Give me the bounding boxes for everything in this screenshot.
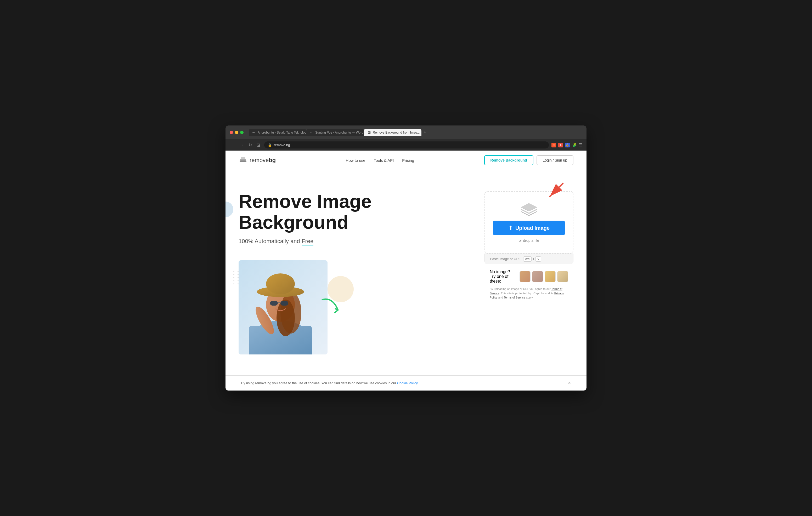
- logo-regular: remove: [250, 157, 269, 163]
- no-image-text: No image?: [490, 270, 510, 274]
- hero-subtitle-text: 100% Automatically and: [239, 238, 301, 244]
- layers-icon: [493, 202, 565, 216]
- deco-half-circle: [226, 202, 233, 217]
- title-bar: ∞ Androbuntu - Selalu Tahu Teknologi... …: [226, 125, 586, 139]
- upload-section: ⬆ Upload Image or drop a file Paste imag…: [485, 191, 573, 300]
- hero-title-line1: Remove Image: [239, 191, 372, 212]
- upload-image-button[interactable]: ⬆ Upload Image: [493, 221, 565, 235]
- tab-favicon-3: 🖼: [368, 131, 371, 134]
- traffic-lights: [230, 131, 243, 134]
- site-nav: removebg How to use Tools & API Pricing …: [226, 151, 586, 170]
- cookie-policy-link[interactable]: Cookie Policy: [397, 381, 417, 385]
- nav-how-to-use[interactable]: How to use: [346, 158, 366, 162]
- cookie-text-end: .: [417, 381, 418, 385]
- extensions-icon[interactable]: 🧩: [572, 143, 577, 147]
- svg-rect-0: [240, 160, 246, 162]
- sample-image-4[interactable]: [557, 271, 568, 282]
- nav-links: How to use Tools & API Pricing: [346, 158, 414, 162]
- nav-tools-api[interactable]: Tools & API: [374, 158, 394, 162]
- login-signup-button[interactable]: Login / Sign up: [536, 155, 573, 165]
- ctrl-key: ctrl: [523, 256, 531, 262]
- terms-of-service-link-2[interactable]: Terms of Service: [504, 296, 525, 299]
- red-arrow-annotation: [542, 181, 568, 203]
- upload-btn-wrapper: ⬆ Upload Image: [493, 221, 565, 235]
- person-container: [239, 255, 338, 355]
- address-bar: ← → ↻ ◪ 🔒 remove.bg 🛡 A 🔒 🧩 ☰: [226, 139, 586, 151]
- logo-text: removebg: [250, 157, 276, 164]
- hero-subtitle: 100% Automatically and Free: [239, 238, 485, 245]
- upload-icon: ⬆: [508, 225, 513, 231]
- bookmark-button[interactable]: ◪: [256, 142, 262, 148]
- extension-a-icon[interactable]: A: [558, 143, 563, 147]
- cookie-banner: By using remove.bg you agree to the use …: [226, 375, 586, 391]
- paste-bar[interactable]: Paste image or URL ctrl + v: [485, 253, 573, 264]
- nav-pricing[interactable]: Pricing: [402, 158, 414, 162]
- tab-label-1: Androbuntu - Selalu Tahu Teknologi...: [258, 131, 306, 134]
- cookie-text-content: By using remove.bg you agree to the use …: [241, 381, 397, 385]
- sample-image-2[interactable]: [532, 271, 543, 282]
- browser-tab-1[interactable]: ∞ Androbuntu - Selalu Tahu Teknologi... …: [249, 129, 306, 136]
- hero-subtitle-highlight: Free: [301, 238, 313, 245]
- hero-person-image: [239, 260, 327, 355]
- nav-actions: Remove Background Login / Sign up: [484, 155, 573, 165]
- sample-images: [520, 271, 568, 282]
- paste-shortcut-label: ctrl + v: [523, 257, 541, 261]
- forward-button[interactable]: →: [239, 142, 245, 148]
- tab-favicon-1: ∞: [253, 131, 256, 134]
- tab-label-3: Remove Background from Imag...: [373, 131, 419, 134]
- bitwarden-icon[interactable]: 🔒: [565, 143, 570, 147]
- cookie-close-button[interactable]: ×: [568, 380, 571, 386]
- tab-favicon-2: ∞: [310, 131, 314, 134]
- sample-image-1[interactable]: [520, 271, 530, 282]
- sample-section: No image? Try one of these:: [485, 264, 573, 284]
- svg-line-17: [550, 183, 563, 196]
- drop-text: or drop a file: [493, 238, 565, 243]
- svg-rect-10: [270, 301, 278, 306]
- close-window-button[interactable]: [230, 131, 233, 134]
- hero-section: Remove Image Background 100% Automatical…: [226, 170, 586, 375]
- browser-extensions: 🛡 A 🔒 🧩 ☰: [551, 143, 582, 147]
- hero-title: Remove Image Background: [239, 191, 485, 232]
- terms-mid: . This site is protected by hCaptcha and…: [499, 292, 554, 295]
- hero-title-line2: Background: [239, 212, 348, 233]
- minimize-window-button[interactable]: [235, 131, 238, 134]
- maximize-window-button[interactable]: [240, 131, 243, 134]
- browser-tab-3[interactable]: 🖼 Remove Background from Imag... ×: [364, 129, 422, 136]
- paste-text: Paste image or URL: [490, 257, 521, 261]
- logo-bold: bg: [269, 157, 276, 163]
- lock-icon: 🔒: [268, 143, 272, 147]
- svg-point-14: [266, 273, 295, 294]
- browser-tab-2[interactable]: ∞ Sunting Pos ‹ Androbuntu — WordP... ×: [306, 129, 364, 136]
- logo: removebg: [239, 156, 276, 165]
- svg-rect-1: [240, 159, 246, 160]
- hero-left: Remove Image Background 100% Automatical…: [239, 186, 485, 354]
- cookie-text: By using remove.bg you agree to the use …: [241, 381, 418, 385]
- svg-rect-2: [241, 157, 245, 159]
- try-text: Try one of these:: [490, 274, 508, 283]
- back-button[interactable]: ←: [230, 142, 236, 148]
- brave-shield-icon[interactable]: 🛡: [551, 143, 556, 147]
- green-arrow-container: [320, 297, 343, 318]
- remove-background-nav-button[interactable]: Remove Background: [484, 155, 533, 165]
- new-tab-button[interactable]: +: [422, 129, 429, 136]
- browser-window: ∞ Androbuntu - Selalu Tahu Teknologi... …: [226, 125, 586, 390]
- upload-button-label: Upload Image: [515, 225, 550, 231]
- terms-prefix: By uploading an image or URL you agree t…: [490, 287, 551, 291]
- terms-text: By uploading an image or URL you agree t…: [485, 284, 573, 300]
- logo-icon: [239, 156, 248, 165]
- url-bar[interactable]: 🔒 remove.bg: [264, 142, 549, 149]
- tab-label-2: Sunting Pos ‹ Androbuntu — WordP...: [315, 131, 364, 134]
- sample-image-3[interactable]: [545, 271, 556, 282]
- tabs-area: ∞ Androbuntu - Selalu Tahu Teknologi... …: [249, 129, 582, 136]
- v-key: v: [535, 256, 541, 262]
- svg-rect-11: [281, 301, 288, 306]
- url-text: remove.bg: [274, 143, 290, 147]
- browser-menu-icon[interactable]: ☰: [579, 143, 582, 147]
- page-content: removebg How to use Tools & API Pricing …: [226, 151, 586, 390]
- reload-button[interactable]: ↻: [248, 142, 253, 148]
- no-image-label: No image? Try one of these:: [490, 270, 516, 284]
- svg-marker-18: [521, 203, 537, 211]
